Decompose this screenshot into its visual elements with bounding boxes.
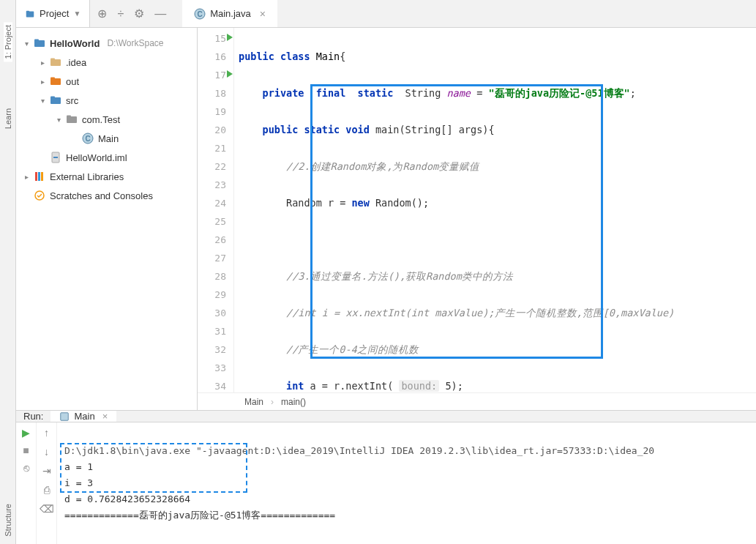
clear-icon[interactable]: ⌫	[40, 503, 54, 515]
run-header: Run: Main ×	[16, 411, 756, 422]
code-lines[interactable]: public class Main{ private final static …	[234, 28, 756, 392]
run-tab-label: Main	[74, 411, 94, 422]
run-panel: Run: Main × ▶ ■ ⎋ ↑ ↓ ⇥ ⎙ ⌫ D:\jdk1.8\bi…	[16, 410, 756, 544]
tree-item-idea[interactable]: ▸ .idea	[16, 53, 197, 72]
tree-item-src[interactable]: ▾ src	[16, 91, 197, 110]
project-icon	[25, 9, 35, 19]
run-tools-secondary: ↑ ↓ ⇥ ⎙ ⌫	[37, 422, 57, 544]
gutter: 15 16 17 18192021 22232425 26272829 3031…	[198, 28, 234, 392]
left-tool-strip: 1: Project Learn	[0, 0, 16, 410]
console-output[interactable]: D:\jdk1.8\bin\java.exe "-javaagent:D:\id…	[57, 422, 756, 544]
svg-text:C: C	[85, 135, 90, 143]
run-tools-primary: ▶ ■ ⎋	[16, 422, 37, 544]
run-tab[interactable]: Main ×	[50, 411, 116, 422]
close-icon[interactable]: ×	[102, 411, 108, 422]
folder-icon	[34, 37, 45, 49]
tree-item-package[interactable]: ▾ com.Test	[16, 110, 197, 129]
divide-icon[interactable]: ÷	[117, 7, 124, 21]
tree-label: Scratches and Consoles	[50, 190, 153, 201]
stop-icon[interactable]: ■	[23, 444, 29, 456]
svg-rect-22	[61, 412, 69, 420]
gear-icon[interactable]: ⚙	[134, 7, 144, 21]
svg-rect-1	[26, 10, 29, 12]
dropdown-icon[interactable]: ▼	[73, 10, 81, 18]
tree-item-scratches[interactable]: ▸ Scratches and Consoles	[16, 186, 197, 205]
tree-item-external-libs[interactable]: ▸ External Libraries	[16, 167, 197, 186]
project-tool-tab[interactable]: 1: Project	[4, 22, 12, 62]
java-class-icon: C	[82, 133, 94, 144]
package-icon	[66, 113, 78, 125]
console-line: d = 0.7628423652328664	[64, 493, 190, 504]
svg-rect-7	[50, 59, 55, 61]
tree-label: com.Test	[82, 114, 120, 125]
editor-tab-main[interactable]: C Main.java ×	[182, 0, 277, 27]
run-config-icon	[59, 411, 70, 422]
console-line: =============磊哥的java历险记-@51博客===========…	[64, 510, 335, 521]
target-icon[interactable]: ⊕	[97, 7, 107, 21]
project-tree: ▾ HelloWorld D:\WorkSpace ▸ .idea ▸ out …	[16, 28, 198, 410]
svg-rect-11	[50, 97, 55, 99]
tree-label: HelloWorld.iml	[66, 152, 127, 163]
svg-rect-20	[41, 172, 43, 181]
tree-label: External Libraries	[50, 171, 124, 182]
console-line: a = 1	[64, 461, 93, 472]
project-panel-title: Project	[40, 8, 69, 19]
tree-label: Main	[98, 133, 119, 144]
console-line: i = 3	[64, 477, 93, 488]
tree-item-iml[interactable]: ▸ HelloWorld.iml	[16, 148, 197, 167]
up-icon[interactable]: ↑	[44, 427, 49, 439]
tree-item-main-class[interactable]: ▸ C Main	[16, 129, 197, 148]
folder-icon	[50, 75, 61, 87]
code-body[interactable]: 15 16 17 18192021 22232425 26272829 3031…	[198, 28, 756, 392]
scratch-icon	[34, 190, 45, 201]
tree-label: out	[66, 76, 79, 87]
tree-root-path: D:\WorkSpace	[107, 38, 163, 48]
breadcrumb: Main › main()	[198, 392, 756, 410]
editor-area: 15 16 17 18192021 22232425 26272829 3031…	[198, 28, 756, 410]
project-toolbar-icons: ⊕ ÷ ⚙ —	[90, 7, 173, 21]
tree-root[interactable]: ▾ HelloWorld D:\WorkSpace	[16, 34, 197, 53]
svg-rect-5	[34, 40, 39, 42]
run-gutter-icon[interactable]	[227, 70, 233, 78]
console-cmd: D:\jdk1.8\bin\java.exe "-javaagent:D:\id…	[64, 445, 654, 456]
project-panel-header[interactable]: Project ▼	[16, 0, 90, 27]
learn-tool-tab[interactable]: Learn	[4, 105, 12, 132]
svg-rect-13	[67, 116, 71, 118]
tree-root-name: HelloWorld	[50, 38, 100, 49]
down-icon[interactable]: ↓	[44, 446, 49, 458]
svg-text:C: C	[198, 10, 203, 18]
run-gutter-icon[interactable]	[227, 34, 233, 41]
breadcrumb-class[interactable]: Main	[244, 397, 263, 407]
left-tool-strip-bottom: Structure	[0, 410, 16, 544]
minimize-icon[interactable]: —	[154, 7, 166, 21]
java-class-icon: C	[194, 8, 206, 20]
tree-item-out[interactable]: ▸ out	[16, 72, 197, 91]
exit-icon[interactable]: ⎋	[23, 462, 29, 474]
folder-icon	[50, 56, 61, 68]
tree-label: .idea	[66, 57, 86, 68]
wrap-icon[interactable]: ⇥	[42, 465, 51, 477]
run-label: Run:	[23, 411, 43, 422]
svg-rect-18	[35, 172, 37, 181]
rerun-icon[interactable]: ▶	[22, 427, 30, 439]
chevron-right-icon: ›	[271, 397, 274, 407]
print-icon[interactable]: ⎙	[44, 484, 50, 496]
library-icon	[34, 171, 45, 182]
editor-tab-label: Main.java	[210, 8, 251, 19]
tree-label: src	[66, 95, 78, 106]
svg-rect-19	[38, 172, 40, 181]
close-icon[interactable]: ×	[260, 8, 266, 20]
top-toolbar: Project ▼ ⊕ ÷ ⚙ — C Main.java ×	[16, 0, 756, 28]
structure-tool-tab[interactable]: Structure	[4, 504, 12, 537]
file-icon	[50, 152, 61, 163]
svg-rect-9	[50, 78, 55, 80]
svg-rect-0	[26, 11, 34, 17]
breadcrumb-method[interactable]: main()	[281, 397, 306, 407]
folder-icon	[50, 94, 61, 106]
svg-rect-17	[53, 157, 58, 158]
